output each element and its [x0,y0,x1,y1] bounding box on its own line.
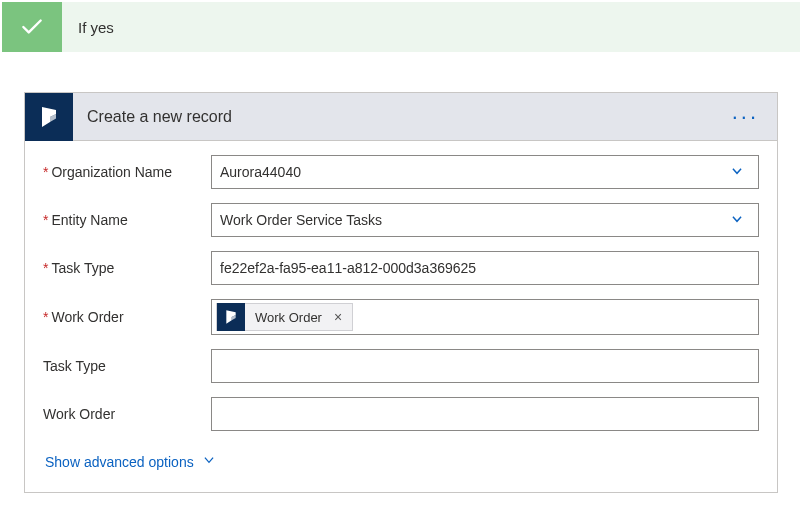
field-task-type-required: Task Type fe22ef2a-fa95-ea11-a812-000d3a… [43,251,759,285]
card-title: Create a new record [73,108,724,126]
condition-title: If yes [62,19,114,36]
card-header[interactable]: Create a new record ··· [25,93,777,141]
task-type-req-input[interactable]: fe22ef2a-fa95-ea11-a812-000d3a369625 [211,251,759,285]
advanced-label: Show advanced options [45,454,194,470]
condition-header[interactable]: If yes [2,2,800,52]
chevron-down-icon [724,164,750,181]
dynamics-icon [25,93,73,141]
chevron-down-icon [202,453,216,470]
work-order-req-label: Work Order [43,309,211,325]
chevron-down-icon [724,212,750,229]
org-label: Organization Name [43,164,211,180]
work-order-token[interactable]: Work Order × [216,303,353,331]
task-type-label: Task Type [43,358,211,374]
dynamics-icon [217,303,245,331]
task-type-req-value: fe22ef2a-fa95-ea11-a812-000d3a369625 [220,260,750,276]
show-advanced-options-link[interactable]: Show advanced options [45,453,216,470]
work-order-req-input[interactable]: Work Order × [211,299,759,335]
check-icon [2,2,62,52]
card-menu-button[interactable]: ··· [724,106,767,128]
org-select[interactable]: Aurora44040 [211,155,759,189]
work-order-label: Work Order [43,406,211,422]
token-remove-button[interactable]: × [332,309,352,325]
field-work-order: Work Order [43,397,759,431]
card-body: Organization Name Aurora44040 Entity Nam… [25,141,777,492]
field-organization-name: Organization Name Aurora44040 [43,155,759,189]
task-type-input[interactable] [211,349,759,383]
work-order-input[interactable] [211,397,759,431]
entity-select[interactable]: Work Order Service Tasks [211,203,759,237]
field-work-order-required: Work Order Work Order × [43,299,759,335]
entity-value: Work Order Service Tasks [220,212,724,228]
token-label: Work Order [245,310,332,325]
entity-label: Entity Name [43,212,211,228]
action-card: Create a new record ··· Organization Nam… [24,92,778,493]
field-entity-name: Entity Name Work Order Service Tasks [43,203,759,237]
field-task-type: Task Type [43,349,759,383]
task-type-req-label: Task Type [43,260,211,276]
org-value: Aurora44040 [220,164,724,180]
